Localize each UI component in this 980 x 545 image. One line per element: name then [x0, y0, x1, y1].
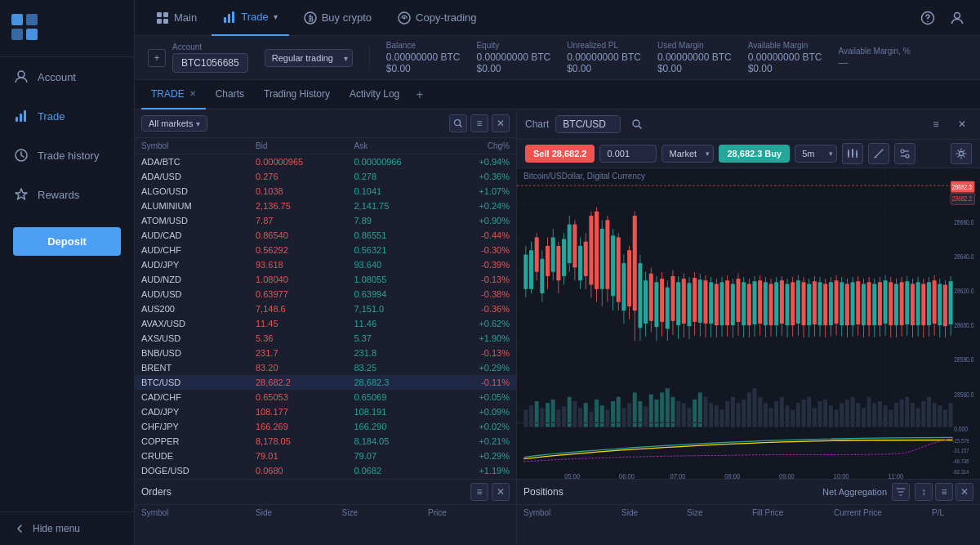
chart-search-icon[interactable] [627, 114, 647, 134]
row-bid: 8,178.05 [256, 436, 354, 446]
sidebar-hide-menu[interactable]: Hide menu [0, 511, 134, 545]
indicator-button[interactable] [894, 143, 915, 164]
tab-trading-history[interactable]: Trading History [254, 80, 340, 109]
market-list-section: All markets ▾ ≡ ✕ Symbol Bid Ask [135, 109, 516, 480]
nav-item-main[interactable]: Main [145, 0, 208, 36]
market-row[interactable]: BNB/USD 231.7 231.8 -0.13% [135, 346, 516, 360]
pos-col-pl: P/L [932, 508, 980, 517]
chart-label: Chart [525, 118, 549, 130]
market-menu-icon[interactable]: ≡ [470, 114, 488, 132]
tab-trade-close[interactable]: ✕ [189, 89, 196, 98]
market-row[interactable]: AUS200 7,148.6 7,151.0 -0.36% [135, 302, 516, 316]
market-row[interactable]: ALGO/USD 0.1038 0.1041 +1.07% [135, 184, 516, 199]
positions-menu-icon[interactable]: ≡ [935, 483, 953, 501]
help-button[interactable] [915, 5, 941, 31]
market-row[interactable]: AUD/CHF 0.56292 0.56321 -0.30% [135, 243, 516, 257]
balance-group: Balance 0.00000000 BTC $0.00 [386, 41, 461, 74]
nav-item-trade[interactable]: Trade ▾ [212, 0, 288, 36]
sidebar-item-account[interactable]: Account [0, 57, 134, 96]
trading-mode-select[interactable]: Regular trading Demo trading [265, 49, 353, 67]
market-row[interactable]: AVAX/USD 11.45 11.46 +0.62% [135, 316, 516, 331]
svg-rect-56 [605, 410, 609, 427]
row-chg: -0.13% [452, 348, 510, 358]
svg-rect-55 [600, 405, 604, 427]
sidebar-item-rewards[interactable]: Rewards [0, 175, 134, 214]
market-row[interactable]: CRUDE 79.01 79.07 +0.29% [135, 449, 516, 463]
row-ask: 0.278 [354, 172, 453, 181]
chart-top: Chart BTC/USD ≡ ✕ Sell 28,682.2 [517, 109, 980, 480]
tab-charts[interactable]: Charts [206, 80, 254, 109]
market-search-icon[interactable] [449, 114, 467, 132]
market-row[interactable]: ALUMINIUM 2,136.75 2,141.75 +0.24% [135, 199, 516, 213]
trade-type-select[interactable]: Market Limit [662, 145, 714, 163]
market-row[interactable]: COPPER 8,178.05 8,184.05 +0.21% [135, 434, 516, 449]
market-row[interactable]: AUD/NZD 1.08040 1.08055 -0.13% [135, 272, 516, 287]
svg-rect-73 [698, 392, 702, 427]
chart-menu-icon[interactable]: ≡ [926, 114, 946, 134]
orders-title: Orders [141, 486, 172, 498]
orders-close-icon[interactable]: ✕ [492, 483, 510, 501]
market-row[interactable]: AUD/CAD 0.86540 0.86551 -0.44% [135, 228, 516, 243]
market-row[interactable]: DOT/BTC 0.0001661 0.0001662 +2.22% [135, 478, 516, 479]
chart-info-label: Bitcoin/USDollar, Digital Currency [523, 172, 645, 181]
market-row[interactable]: CHF/JPY 166.269 166.290 +0.02% [135, 419, 516, 434]
deposit-button[interactable]: Deposit [13, 227, 121, 256]
sidebar-item-trade-history[interactable]: Trade history [0, 136, 134, 175]
svg-rect-125 [535, 237, 539, 271]
svg-rect-133 [556, 246, 560, 280]
pos-col-current-price: Current Price [834, 508, 932, 517]
equity-label: Equity [476, 41, 550, 50]
user-profile-button[interactable] [944, 5, 970, 31]
add-account-button[interactable]: + [148, 49, 166, 67]
col-symbol: Symbol [141, 141, 256, 150]
orders-panel: Orders ≡ ✕ Symbol Side Size Price [135, 480, 516, 545]
sell-button[interactable]: Sell 28,682.2 [525, 145, 595, 163]
svg-text:28682.2: 28682.2 [952, 194, 972, 203]
svg-rect-241 [851, 282, 855, 325]
tab-trade[interactable]: TRADE ✕ [141, 80, 206, 109]
nav-item-copy-trading[interactable]: Copy-trading [386, 0, 488, 36]
chart-settings-button[interactable] [951, 143, 972, 164]
market-row[interactable]: BTC/USD 28,682.2 28,682.3 -0.11% [135, 375, 516, 390]
chart-pair[interactable]: BTC/USD [555, 115, 621, 133]
market-panel: All markets ▾ ≡ ✕ Symbol Bid Ask [135, 109, 517, 545]
sidebar-item-trade[interactable]: Trade [0, 96, 134, 136]
svg-rect-60 [627, 403, 631, 427]
chart-svg: 05:00 06:00 07:00 08:00 09:00 10:00 11:0… [517, 168, 980, 479]
market-row[interactable]: CAD/CHF 0.65053 0.65069 +0.05% [135, 390, 516, 404]
market-row[interactable]: ATOM/USD 7.87 7.89 +0.90% [135, 213, 516, 228]
orders-menu-icon[interactable]: ≡ [470, 483, 488, 501]
tab-activity-log[interactable]: Activity Log [340, 80, 409, 109]
row-ask: 79.07 [354, 451, 453, 461]
market-row[interactable]: DOGE/USD 0.0680 0.0682 +1.19% [135, 463, 516, 478]
row-bid: 0.86540 [256, 230, 354, 240]
market-filter-dropdown[interactable]: All markets ▾ [141, 115, 207, 132]
draw-tool-button[interactable] [868, 143, 889, 164]
chart-close-icon[interactable]: ✕ [952, 114, 972, 134]
market-row[interactable]: AXS/USD 5.36 5.37 +1.90% [135, 331, 516, 346]
svg-rect-89 [786, 405, 790, 427]
timeframe-select[interactable]: 5m 1m 15m 1h 4h 1d [795, 145, 837, 163]
tab-add-button[interactable]: + [409, 87, 430, 102]
chart-type-button[interactable] [842, 143, 863, 164]
market-row[interactable]: AUD/USD 0.63977 0.63994 -0.38% [135, 287, 516, 302]
market-row[interactable]: CAD/JPY 108.177 108.191 +0.09% [135, 404, 516, 419]
svg-rect-151 [605, 220, 609, 288]
nav-trade-arrow[interactable]: ▾ [274, 12, 278, 21]
market-row[interactable]: BRENT 83.20 83.25 +0.29% [135, 360, 516, 375]
nav-copy-trading-label: Copy-trading [416, 11, 476, 24]
market-close-icon[interactable]: ✕ [492, 114, 510, 132]
account-label: Account [172, 42, 248, 51]
svg-rect-107 [884, 405, 888, 427]
market-row[interactable]: ADA/BTC 0.00000965 0.00000966 +0.94% [135, 154, 516, 169]
svg-rect-108 [889, 410, 893, 427]
buy-button[interactable]: 28,682.3 Buy [719, 145, 790, 163]
positions-close-icon[interactable]: ✕ [956, 483, 973, 501]
nav-item-buy-crypto[interactable]: Buy crypto [292, 0, 383, 36]
nav-main-label: Main [174, 11, 197, 24]
market-row[interactable]: ADA/USD 0.276 0.278 +0.36% [135, 169, 516, 184]
market-row[interactable]: AUD/JPY 93.618 93.640 -0.39% [135, 257, 516, 272]
positions-expand-icon[interactable]: ↕ [915, 483, 933, 501]
trade-amount-input[interactable] [599, 145, 657, 163]
positions-filter-icon[interactable] [892, 483, 910, 501]
